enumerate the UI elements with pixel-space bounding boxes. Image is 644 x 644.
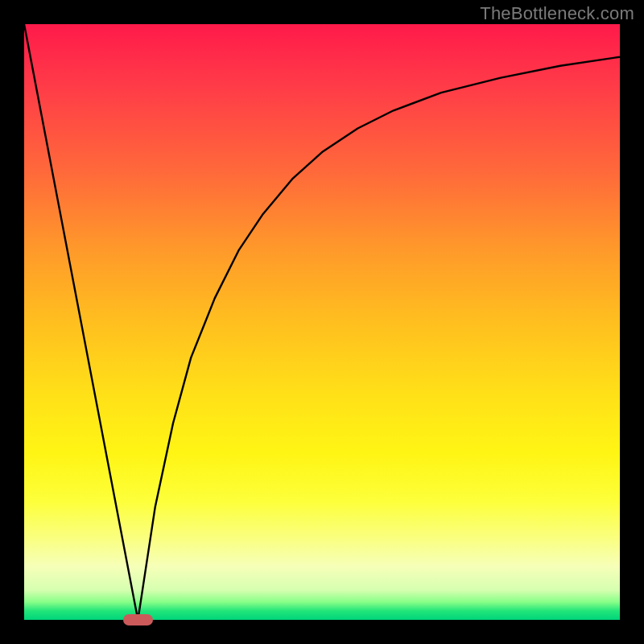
chart-frame: TheBottleneck.com: [0, 0, 644, 644]
bottleneck-curve: [24, 24, 620, 620]
plot-area: [24, 24, 620, 620]
optimal-marker: [123, 614, 153, 625]
watermark-text: TheBottleneck.com: [480, 3, 634, 24]
curve-layer: [24, 24, 620, 620]
